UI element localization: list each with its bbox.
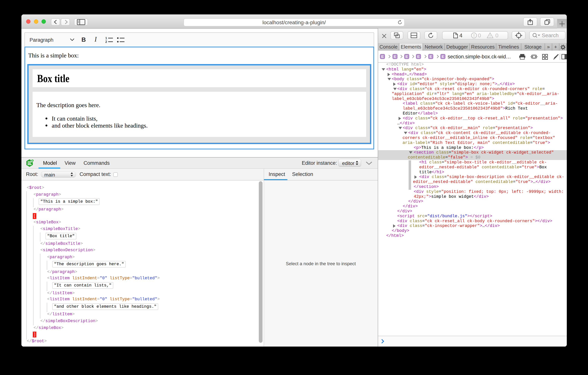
svg-text:!: ! (473, 33, 475, 38)
svg-text:!: ! (490, 34, 491, 38)
svg-text:1: 1 (105, 37, 107, 40)
svg-text:5: 5 (32, 159, 33, 162)
svg-text:2: 2 (105, 40, 107, 44)
